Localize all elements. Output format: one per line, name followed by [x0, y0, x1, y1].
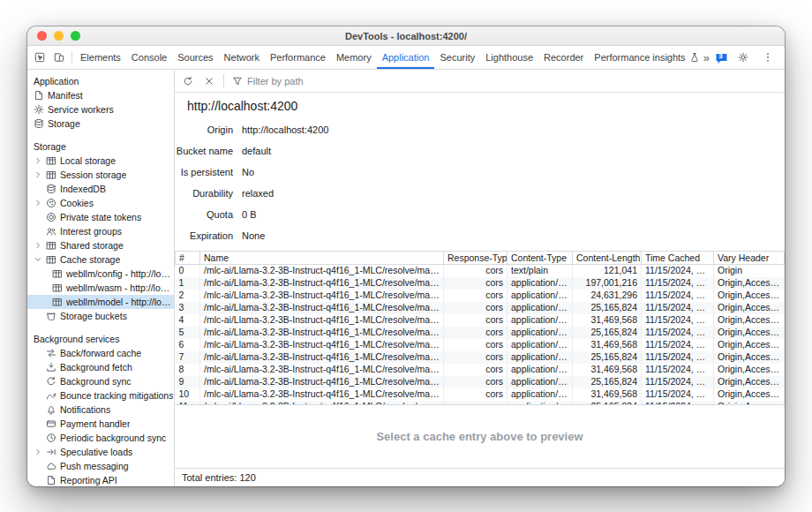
cell-content-length: 31,469,568	[573, 314, 642, 327]
zoom-window-button[interactable]	[71, 31, 80, 41]
sidebar-item-storage-buckets[interactable]: Storage buckets	[27, 309, 174, 323]
tab-recorder[interactable]: Recorder	[538, 46, 589, 69]
chevron-right-icon[interactable]	[34, 155, 42, 166]
sidebar-item-speculative-loads[interactable]: Speculative loads	[27, 445, 174, 459]
close-window-button[interactable]	[37, 31, 47, 41]
minimize-window-button[interactable]	[54, 31, 64, 41]
cache-entry-row[interactable]: 8/mlc-ai/Llama-3.2-3B-Instruct-q4f16_1-M…	[176, 364, 785, 376]
device-toolbar-icon[interactable]	[49, 48, 69, 67]
cell-name: /mlc-ai/Llama-3.2-3B-Instruct-q4f16_1-ML…	[200, 339, 444, 351]
sidebar-item-label: Service workers	[48, 104, 114, 115]
tab-console[interactable]: Console	[126, 46, 172, 69]
tab-elements[interactable]: Elements	[75, 46, 126, 69]
more-tabs-chevron-icon[interactable]: »	[703, 51, 710, 64]
chevron-right-icon[interactable]	[34, 447, 42, 457]
sidebar-item-label: Back/forward cache	[60, 348, 141, 358]
sidebar-item-webllm-model-http-loc[interactable]: webllm/model - http://loc…	[27, 295, 174, 309]
settings-gear-icon[interactable]	[733, 48, 753, 67]
sidebar-item-back-forward-cache[interactable]: Back/forward cache	[27, 346, 174, 360]
cache-entry-row[interactable]: 10/mlc-ai/Llama-3.2-3B-Instruct-q4f16_1-…	[176, 388, 785, 401]
sidebar-item-cookies[interactable]: Cookies	[27, 196, 174, 210]
column-header-name[interactable]: Name	[200, 252, 444, 265]
sidebar-item-background-fetch[interactable]: Background fetch	[27, 360, 174, 374]
tab-network[interactable]: Network	[219, 46, 265, 69]
cache-entry-row[interactable]: 0/mlc-ai/Llama-3.2-3B-Instruct-q4f16_1-M…	[176, 265, 785, 277]
column-header-response-type[interactable]: Response-Type	[444, 252, 508, 265]
sidebar-item-bounce-tracking-mitigations[interactable]: Bounce tracking mitigations	[27, 388, 174, 403]
tab-lighthouse[interactable]: Lighthouse	[480, 46, 538, 69]
sidebar-item-label: Shared storage	[60, 240, 124, 251]
fetch-icon	[46, 362, 56, 373]
chevron-right-icon[interactable]	[34, 198, 42, 208]
chevron-right-icon[interactable]	[34, 169, 42, 180]
chevron-down-icon[interactable]	[34, 254, 42, 265]
sidebar-item-periodic-background-sync[interactable]: Periodic background sync	[27, 431, 174, 445]
filter-by-path-input[interactable]: Filter by path	[229, 76, 781, 87]
sidebar-item-private-state-tokens[interactable]: Private state tokens	[27, 210, 174, 224]
kebab-menu-icon[interactable]	[758, 48, 778, 67]
tab-performance-insights[interactable]: Performance insights	[589, 46, 698, 69]
meta-value: None	[242, 230, 785, 241]
sidebar-item-local-storage[interactable]: Local storage	[27, 154, 174, 168]
sidebar-item-webllm-wasm-http-loca[interactable]: webllm/wasm - http://loca…	[27, 281, 174, 295]
cell-name: /mlc-ai/Llama-3.2-3B-Instruct-q4f16_1-ML…	[200, 376, 444, 388]
sidebar-item-storage[interactable]: Storage	[27, 117, 174, 131]
cache-entry-row[interactable]: 3/mlc-ai/Llama-3.2-3B-Instruct-q4f16_1-M…	[176, 302, 785, 314]
cache-entry-row[interactable]: 6/mlc-ai/Llama-3.2-3B-Instruct-q4f16_1-M…	[176, 339, 785, 351]
delete-selected-button[interactable]	[199, 72, 219, 91]
tab-application[interactable]: Application	[377, 46, 435, 69]
cache-entry-row[interactable]: 7/mlc-ai/Llama-3.2-3B-Instruct-q4f16_1-M…	[176, 351, 785, 364]
sidebar-item-label: Session storage	[60, 169, 126, 180]
sidebar-item-push-messaging[interactable]: Push messaging	[27, 459, 174, 473]
sidebar-item-payment-handler[interactable]: Payment handler	[27, 417, 174, 431]
sidebar-item-shared-storage[interactable]: Shared storage	[27, 238, 174, 252]
refresh-caches-button[interactable]	[178, 72, 198, 91]
tab-sources[interactable]: Sources	[172, 46, 218, 69]
cell-content-length: 121,041	[573, 265, 642, 277]
sidebar-item-session-storage[interactable]: Session storage	[27, 168, 174, 182]
column-header-time-cached[interactable]: Time Cached	[642, 252, 714, 265]
cloud-icon	[46, 461, 56, 471]
chevron-right-icon[interactable]	[34, 240, 42, 251]
sidebar-item-interest-groups[interactable]: Interest groups	[27, 224, 174, 238]
cache-entry-row[interactable]: 5/mlc-ai/Llama-3.2-3B-Instruct-q4f16_1-M…	[176, 327, 785, 339]
meta-row-origin: Originhttp://localhost:4200	[175, 119, 785, 140]
column-header-index[interactable]: #	[176, 252, 200, 265]
tab-security[interactable]: Security	[434, 46, 480, 69]
tab-label: Console	[132, 52, 167, 63]
sidebar-item-service-workers[interactable]: Service workers	[27, 102, 174, 117]
sidebar-item-reporting-api[interactable]: Reporting API	[27, 473, 174, 486]
cell-time-cached: 11/15/2024, 10…	[642, 277, 714, 290]
sidebar-item-manifest[interactable]: Manifest	[27, 88, 174, 102]
cell-name: /mlc-ai/Llama-3.2-3B-Instruct-q4f16_1-ML…	[200, 290, 444, 302]
sidebar-item-cache-storage[interactable]: Cache storage	[27, 252, 174, 267]
column-header-content-type[interactable]: Content-Type	[508, 252, 573, 265]
sidebar-item-webllm-config-http-loc[interactable]: webllm/config - http://loc…	[27, 267, 174, 281]
cache-entry-row[interactable]: 9/mlc-ai/Llama-3.2-3B-Instruct-q4f16_1-M…	[176, 376, 785, 388]
cell-content-type: application/oc…	[508, 302, 573, 314]
column-header-content-length[interactable]: Content-Length	[573, 252, 642, 265]
cache-entry-row[interactable]: 2/mlc-ai/Llama-3.2-3B-Instruct-q4f16_1-M…	[176, 290, 785, 302]
tab-label: Performance insights	[594, 52, 685, 63]
tab-memory[interactable]: Memory	[331, 46, 377, 69]
sidebar-item-indexeddb[interactable]: IndexedDB	[27, 182, 174, 196]
cache-entry-row[interactable]: 1/mlc-ai/Llama-3.2-3B-Instruct-q4f16_1-M…	[176, 277, 785, 290]
sidebar-item-notifications[interactable]: Notifications	[27, 403, 174, 417]
cell-response-type: cors	[444, 351, 508, 364]
cell-content-length: 25,165,824	[573, 376, 642, 388]
tab-performance[interactable]: Performance	[265, 46, 331, 69]
sidebar-section-background-services: Background servicesBack/forward cacheBac…	[27, 332, 174, 486]
sidebar-item-background-sync[interactable]: Background sync	[27, 374, 174, 388]
traffic-lights	[27, 31, 80, 41]
column-header-vary-header[interactable]: Vary Header	[714, 252, 785, 265]
table-icon	[46, 155, 56, 166]
preview-hint: Select a cache entry above to preview	[376, 430, 583, 443]
cell-content-type: application/oc…	[508, 376, 573, 388]
cache-entry-row[interactable]: 4/mlc-ai/Llama-3.2-3B-Instruct-q4f16_1-M…	[176, 314, 785, 327]
cell-index: 9	[176, 376, 200, 388]
interest-icon	[46, 226, 56, 237]
console-messages-button[interactable]: 3	[715, 52, 728, 64]
sidebar-item-label: Cache storage	[60, 254, 120, 265]
window-titlebar[interactable]: DevTools - localhost:4200/	[27, 26, 785, 46]
inspect-element-icon[interactable]	[30, 48, 49, 67]
